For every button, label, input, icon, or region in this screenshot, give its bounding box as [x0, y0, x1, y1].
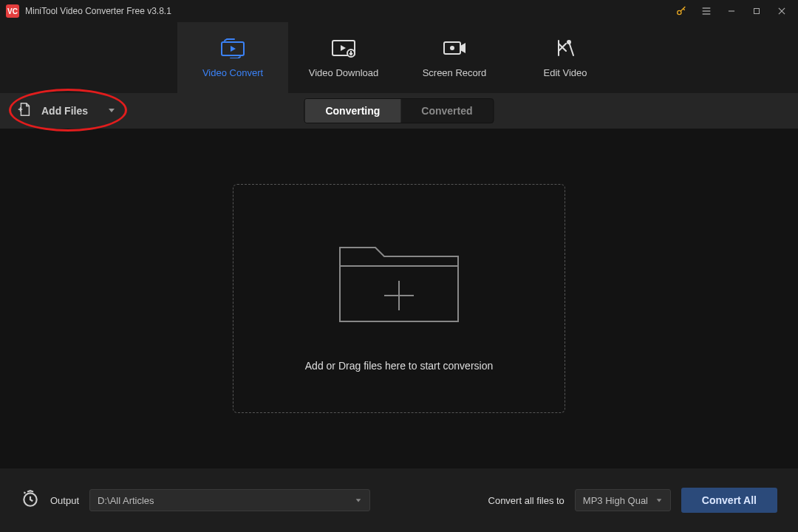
nav-label: Screen Record: [423, 67, 487, 78]
svg-marker-23: [356, 499, 361, 502]
nav-label: Video Download: [309, 67, 378, 78]
output-format-select[interactable]: MP3 High Quality: [575, 489, 671, 511]
menu-icon[interactable]: [696, 1, 717, 21]
convert-icon: [220, 38, 245, 58]
main-nav: Video Convert Video Download Screen Reco…: [0, 22, 798, 93]
main-canvas: Add or Drag files here to start conversi…: [0, 129, 798, 468]
seg-converting[interactable]: Converting: [304, 99, 400, 123]
nav-edit-video[interactable]: Edit Video: [510, 22, 621, 93]
dropzone-hint: Add or Drag files here to start conversi…: [305, 360, 493, 372]
svg-marker-11: [341, 45, 346, 51]
maximize-button[interactable]: [746, 1, 767, 21]
history-icon[interactable]: [21, 489, 40, 511]
nav-label: Edit Video: [543, 67, 587, 78]
app-logo: VC: [6, 4, 19, 18]
output-label: Output: [50, 495, 79, 506]
edit-icon: [554, 38, 576, 58]
convert-all-to-label: Convert all files to: [488, 495, 565, 506]
minimize-button[interactable]: [721, 1, 742, 21]
add-files-button[interactable]: Add Files: [9, 97, 123, 125]
key-icon[interactable]: [671, 1, 692, 21]
seg-converted[interactable]: Converted: [400, 99, 493, 123]
footer: Output D:\All Articles Convert all files…: [0, 468, 798, 532]
chevron-down-icon: [655, 495, 663, 506]
convert-all-button[interactable]: Convert All: [681, 488, 777, 513]
nav-video-download[interactable]: Video Download: [288, 22, 399, 93]
svg-marker-24: [657, 499, 662, 502]
svg-rect-5: [754, 9, 760, 14]
titlebar: VC MiniTool Video Converter Free v3.8.1: [0, 0, 798, 22]
download-icon: [331, 38, 356, 58]
status-segmented-control: Converting Converted: [304, 98, 494, 123]
svg-point-15: [567, 41, 570, 44]
svg-marker-9: [231, 46, 236, 52]
chevron-down-icon: [355, 495, 362, 506]
nav-screen-record[interactable]: Screen Record: [399, 22, 510, 93]
toolbar: Add Files Converting Converted: [0, 93, 798, 129]
nav-label: Video Convert: [202, 67, 263, 78]
dropzone[interactable]: Add or Drag files here to start conversi…: [233, 184, 565, 413]
svg-marker-18: [109, 109, 115, 112]
add-files-label: Add Files: [41, 105, 88, 117]
close-button[interactable]: [771, 1, 792, 21]
app-title: MiniTool Video Converter Free v3.8.1: [25, 6, 171, 16]
output-format-value: MP3 High Quality: [583, 495, 648, 506]
titlebar-right: [671, 1, 792, 21]
add-file-icon: [16, 101, 33, 120]
record-icon: [442, 38, 467, 58]
nav-video-convert[interactable]: Video Convert: [177, 22, 288, 93]
chevron-down-icon: [107, 104, 116, 117]
output-path-value: D:\All Articles: [98, 495, 154, 506]
titlebar-left: VC MiniTool Video Converter Free v3.8.1: [6, 4, 171, 18]
svg-point-14: [450, 46, 454, 50]
folder-plus-icon: [332, 225, 466, 339]
output-path-select[interactable]: D:\All Articles: [89, 489, 370, 511]
